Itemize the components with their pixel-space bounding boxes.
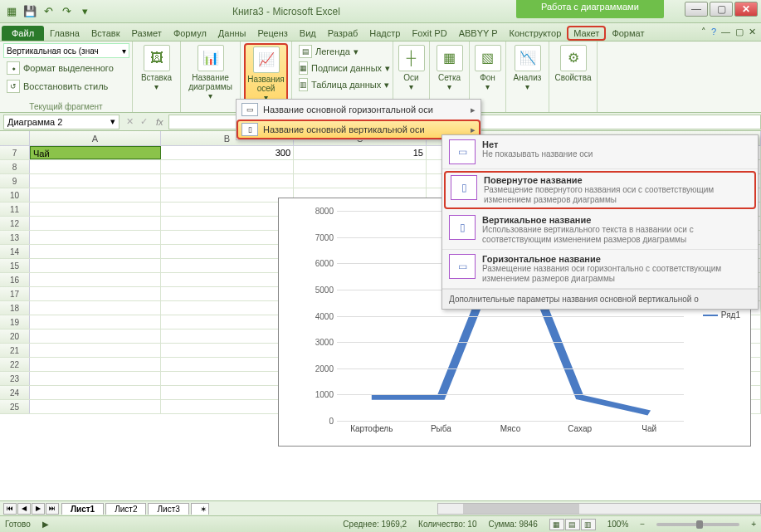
close-button[interactable]: ✕ (734, 2, 758, 17)
row-header[interactable]: 23 (0, 372, 30, 385)
cell[interactable] (30, 344, 161, 357)
analysis-button[interactable]: 📉Анализ▾ (510, 43, 545, 93)
flyout-none[interactable]: ▭ НетНе показывать название оси (442, 135, 758, 169)
qat-dropdown-icon[interactable]: ▾ (76, 3, 93, 20)
properties-button[interactable]: ⚙Свойства (553, 43, 593, 84)
help-icon[interactable]: ? (711, 27, 716, 37)
macro-record-icon[interactable]: ▶ (42, 520, 49, 529)
submenu-horizontal-axis-title[interactable]: ▭ Название основной горизонтальной оси▸ (237, 100, 481, 120)
col-header-a[interactable]: A (30, 131, 161, 145)
mdi-minimize-icon[interactable]: — (721, 27, 730, 37)
axis-titles-button[interactable]: 📈Названия осей▾ (244, 43, 288, 105)
cell[interactable] (161, 217, 294, 230)
cell[interactable] (161, 203, 294, 216)
undo-icon[interactable]: ↶ (40, 3, 56, 20)
cell[interactable] (30, 315, 161, 329)
data-table-button[interactable]: ▥Таблица данных ▾ (295, 76, 389, 93)
sheet-tab-2[interactable]: Лист2 (105, 503, 146, 515)
page-layout-view-icon[interactable]: ▤ (565, 519, 580, 530)
row-header[interactable]: 11 (0, 203, 30, 216)
cell[interactable] (30, 358, 161, 371)
cell[interactable] (161, 400, 294, 413)
cell[interactable] (30, 160, 161, 173)
tab-view[interactable]: Вид (294, 26, 322, 41)
cell[interactable] (161, 372, 294, 385)
cell[interactable]: Чай (30, 146, 161, 159)
normal-view-icon[interactable]: ▦ (549, 519, 564, 530)
cell[interactable] (161, 231, 294, 244)
cell[interactable] (161, 386, 294, 399)
flyout-rotated-title[interactable]: ▯ Повернутое названиеРазмещение повернут… (444, 171, 756, 209)
cell[interactable] (161, 174, 294, 188)
cell[interactable] (30, 217, 161, 230)
save-icon[interactable]: 💾 (22, 3, 38, 20)
sheet-nav-last[interactable]: ⏭ (46, 503, 59, 515)
cell[interactable] (30, 273, 161, 286)
cell[interactable] (161, 160, 294, 173)
row-header[interactable]: 12 (0, 217, 30, 230)
cell[interactable] (161, 315, 294, 329)
cell[interactable] (30, 188, 161, 202)
sheet-nav-next[interactable]: ▶ (32, 503, 45, 515)
cell[interactable] (161, 358, 294, 371)
data-labels-button[interactable]: ▦Подписи данных ▾ (295, 60, 389, 76)
gridlines-button[interactable]: ▦Сетка▾ (433, 43, 466, 93)
enter-icon[interactable]: ✓ (137, 116, 151, 127)
row-header[interactable]: 20 (0, 329, 30, 343)
cancel-icon[interactable]: ✕ (123, 116, 137, 127)
horizontal-scrollbar[interactable] (437, 503, 761, 515)
cell[interactable] (161, 273, 294, 286)
zoom-in-icon[interactable]: + (751, 520, 756, 529)
row-header[interactable]: 25 (0, 400, 30, 413)
tab-chart-layout[interactable]: Макет (567, 26, 606, 41)
zoom-slider[interactable] (656, 523, 739, 526)
row-header[interactable]: 24 (0, 386, 30, 399)
tab-constructor[interactable]: Конструктор (504, 26, 568, 41)
background-button[interactable]: ▧Фон▾ (473, 43, 502, 93)
row-header[interactable]: 10 (0, 188, 30, 202)
cell[interactable] (30, 287, 161, 300)
cell[interactable]: 300 (161, 146, 294, 159)
fx-icon[interactable]: fx (151, 117, 168, 127)
mdi-restore-icon[interactable]: ▢ (735, 27, 744, 37)
row-header[interactable]: 21 (0, 344, 30, 357)
tab-developer[interactable]: Разраб (322, 26, 364, 41)
sheet-nav-prev[interactable]: ◀ (17, 503, 31, 515)
tab-foxit[interactable]: Foxit PD (406, 26, 452, 41)
cell[interactable] (30, 203, 161, 216)
cell[interactable]: 15 (294, 146, 427, 159)
row-header[interactable]: 13 (0, 231, 30, 244)
cell[interactable] (294, 160, 427, 173)
axes-button[interactable]: ┼Оси▾ (397, 43, 426, 93)
row-header[interactable]: 14 (0, 245, 30, 258)
cell[interactable] (161, 344, 294, 357)
page-break-view-icon[interactable]: ▥ (581, 519, 596, 530)
sheet-nav-first[interactable]: ⏮ (3, 503, 17, 515)
scroll-thumb[interactable] (463, 504, 579, 514)
cell[interactable] (294, 174, 427, 188)
cell[interactable] (30, 259, 161, 272)
minimize-button[interactable]: — (685, 2, 708, 17)
flyout-more-options[interactable]: Дополнительные параметры названия основн… (442, 289, 758, 309)
row-header[interactable]: 17 (0, 287, 30, 300)
row-header[interactable]: 15 (0, 259, 30, 272)
chart-title-button[interactable]: 📊Название диаграммы▾ (184, 43, 237, 102)
tab-formulas[interactable]: Формул (168, 26, 212, 41)
row-header[interactable]: 22 (0, 358, 30, 371)
minimize-ribbon-icon[interactable]: ˄ (701, 27, 706, 37)
cell[interactable] (161, 188, 294, 202)
tab-layout[interactable]: Размет (126, 26, 168, 41)
name-box[interactable]: Диаграмма 2▾ (3, 115, 120, 129)
legend-button[interactable]: ▤Легенда ▾ (295, 43, 389, 60)
row-header[interactable]: 16 (0, 273, 30, 286)
cell[interactable] (161, 259, 294, 272)
excel-icon[interactable]: ▦ (3, 3, 20, 20)
tab-format[interactable]: Формат (606, 26, 650, 41)
insert-button[interactable]: 🖼Вставка▾ (136, 43, 177, 93)
new-sheet-button[interactable]: ✶ (191, 503, 209, 515)
tab-review[interactable]: Реценз (251, 26, 293, 41)
tab-insert[interactable]: Вставк (85, 26, 126, 41)
tab-addins[interactable]: Надстр (363, 26, 406, 41)
select-all-corner[interactable] (0, 131, 30, 145)
reset-style-button[interactable]: ↺Восстановить стиль (3, 78, 129, 95)
